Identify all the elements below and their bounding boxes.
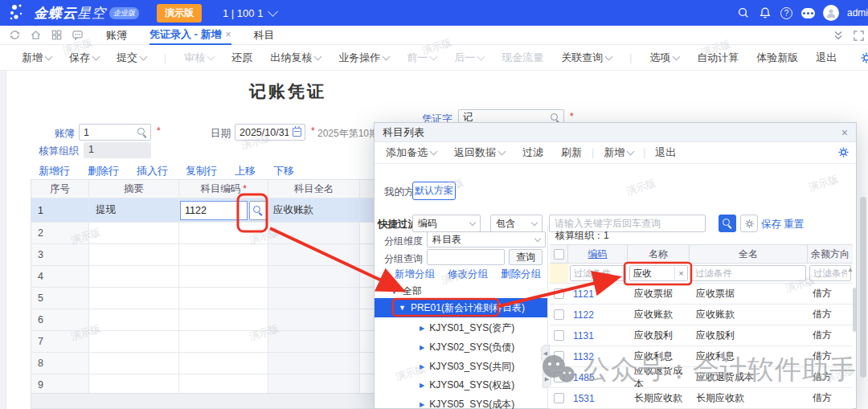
group-search-input[interactable] xyxy=(427,249,505,265)
book-field[interactable] xyxy=(79,124,151,141)
copy-row-link[interactable]: 复制行 xyxy=(186,164,217,178)
date-input[interactable] xyxy=(235,127,293,138)
account-row-1132[interactable]: 1132 应收利息 应收利息 借方 xyxy=(550,346,853,367)
row-checkbox[interactable] xyxy=(554,393,564,403)
notification-bell-icon[interactable] xyxy=(758,6,772,20)
add-group-link[interactable]: 新增分组 xyxy=(395,268,435,281)
dialog-titlebar[interactable]: 科目列表 × xyxy=(375,123,856,142)
toolbar-next-button[interactable]: 后一 xyxy=(454,51,484,65)
tree-node-pre01-selected[interactable]: ▼PRE01(新会计准则科目表) xyxy=(375,298,547,317)
row-checkbox[interactable] xyxy=(554,372,564,382)
toolbar-exit-button[interactable]: 退出 xyxy=(816,51,837,65)
edit-group-link[interactable]: 修改分组 xyxy=(448,268,488,281)
save-filter-link[interactable]: 保存 xyxy=(761,218,781,231)
tab-account[interactable]: 科目 xyxy=(254,26,275,45)
tree-node-liabilities[interactable]: ▶KJYS02_SYS(负债) xyxy=(420,341,514,354)
toolbar-audit-button[interactable]: 审核 xyxy=(184,51,214,65)
group-dimension-select[interactable]: 科目表 xyxy=(427,231,546,247)
gear-icon[interactable] xyxy=(837,146,850,158)
toolbar-submit-button[interactable]: 提交 xyxy=(117,51,146,65)
row-summary[interactable]: 提现 xyxy=(89,198,179,222)
filter-settings-button[interactable] xyxy=(740,215,758,232)
tree-node-all[interactable]: ▼全部 xyxy=(391,284,422,298)
calendar-icon[interactable] xyxy=(293,128,301,137)
search-button[interactable] xyxy=(719,215,736,232)
col-code[interactable]: 编码 xyxy=(568,245,628,263)
row-checkbox[interactable] xyxy=(554,309,564,320)
apps-grid-icon[interactable] xyxy=(51,29,63,41)
table-scrollbar[interactable] xyxy=(853,288,856,332)
filter-field-select[interactable]: 编码 xyxy=(412,215,481,232)
toolbar-business-ops-button[interactable]: 业务操作 xyxy=(338,51,389,65)
row-checkbox[interactable] xyxy=(554,330,564,341)
code-filter-input[interactable] xyxy=(570,265,626,281)
tree-collapsed-icon[interactable]: ▶ xyxy=(420,382,424,389)
tree-expanded-icon[interactable]: ▼ xyxy=(391,288,398,296)
account-row-1121[interactable]: 1121 应收票据 应收票据 借方 xyxy=(550,284,853,305)
toolbar-try-new-button[interactable]: 体验新版 xyxy=(756,51,798,65)
new-button[interactable]: 新增 xyxy=(604,145,633,160)
search-icon[interactable] xyxy=(137,128,147,137)
refresh-icon[interactable] xyxy=(9,29,21,41)
tree-node-common[interactable]: ▶KJYS03_SYS(共同) xyxy=(420,360,514,374)
delete-group-link[interactable]: 删除分组 xyxy=(501,268,541,281)
fullname-filter-input[interactable] xyxy=(691,265,806,281)
name-filter-input[interactable] xyxy=(630,268,674,278)
refresh-button[interactable]: 刷新 xyxy=(561,145,582,160)
reset-filter-link[interactable]: 重置 xyxy=(784,218,804,231)
tab-ledger[interactable]: 账簿 xyxy=(106,26,127,45)
exit-button[interactable]: 退出 xyxy=(655,145,676,160)
home-icon[interactable] xyxy=(30,29,42,41)
tab-close-icon[interactable]: × xyxy=(226,29,231,40)
header-checkbox-cell[interactable] xyxy=(550,245,568,263)
search-icon[interactable] xyxy=(551,113,560,123)
table-scroll-up-icon[interactable]: ▲ xyxy=(847,266,854,273)
search-icon[interactable] xyxy=(736,6,750,20)
more-menu-icon[interactable] xyxy=(801,6,815,20)
account-row-1531[interactable]: 1531 长期应收款 长期应收款 借方 xyxy=(550,388,853,409)
select-all-checkbox[interactable] xyxy=(554,249,564,260)
filter-button[interactable]: 过滤 xyxy=(522,145,543,160)
collapse-double-chevron-icon[interactable] xyxy=(832,29,845,42)
help-icon[interactable]: ? xyxy=(780,6,793,20)
direction-filter-input[interactable] xyxy=(809,265,851,281)
tree-node-cost[interactable]: ▶KJYS05_SYS(成本) xyxy=(420,398,514,409)
book-input[interactable] xyxy=(80,127,137,138)
row-checkbox[interactable] xyxy=(554,351,564,362)
toolbar-options-button[interactable]: 选项 xyxy=(649,51,679,65)
date-field[interactable] xyxy=(235,124,305,141)
account-code-input[interactable] xyxy=(180,201,248,220)
group-query-button[interactable]: 查询 xyxy=(509,249,542,265)
collapse-left-handle[interactable]: ◀ xyxy=(541,345,550,362)
close-icon[interactable]: × xyxy=(841,126,848,139)
add-row-link[interactable]: 新增行 xyxy=(39,164,70,178)
toolbar-related-query-button[interactable]: 关联查询 xyxy=(561,51,612,65)
org-switcher[interactable]: 1 | 100 1 xyxy=(223,7,276,19)
tree-collapsed-icon[interactable]: ▶ xyxy=(420,344,424,351)
account-row-1122[interactable]: 1122 应收账款 应收账款 借方 xyxy=(550,305,853,325)
tree-node-equity[interactable]: ▶KJYS04_SYS(权益) xyxy=(420,378,514,392)
tab-voucher-entry-new[interactable]: 凭证录入 - 新增× xyxy=(149,26,231,45)
filter-operator-select[interactable]: 包含 xyxy=(490,215,542,232)
toolbar-restore-button[interactable]: 还原 xyxy=(231,51,252,65)
delete-row-link[interactable]: 删除行 xyxy=(88,164,119,178)
gear-icon[interactable] xyxy=(860,51,868,64)
tree-collapsed-icon[interactable]: ▶ xyxy=(420,325,424,332)
toolbar-save-button[interactable]: 保存 xyxy=(69,51,99,65)
toolbar-cashier-review-button[interactable]: 出纳复核 xyxy=(270,51,321,65)
expand-icon[interactable] xyxy=(853,30,865,42)
toolbar-cashflow-button[interactable]: 现金流量 xyxy=(502,51,543,65)
tree-node-assets[interactable]: ▶KJYS01_SYS(资产) xyxy=(420,321,514,335)
account-row-1131[interactable]: 1131 应收股利 应收股利 借方 xyxy=(550,325,853,346)
insert-row-link[interactable]: 插入行 xyxy=(137,164,168,178)
tree-collapsed-icon[interactable]: ▶ xyxy=(420,363,424,370)
toolbar-new-button[interactable]: 新增 xyxy=(22,51,51,65)
message-icon[interactable] xyxy=(72,29,84,41)
add-candidate-button[interactable]: 添加备选 xyxy=(386,145,436,160)
tree-expanded-icon[interactable]: ▼ xyxy=(399,304,406,312)
avatar[interactable] xyxy=(823,5,839,21)
name-filter-field[interactable]: × xyxy=(629,265,688,281)
account-row-1485[interactable]: 1485 应收退货成本 应收退货成本 借方 xyxy=(550,367,853,388)
account-lookup-button[interactable] xyxy=(249,201,267,220)
toolbar-previous-button[interactable]: 前一 xyxy=(407,51,436,65)
